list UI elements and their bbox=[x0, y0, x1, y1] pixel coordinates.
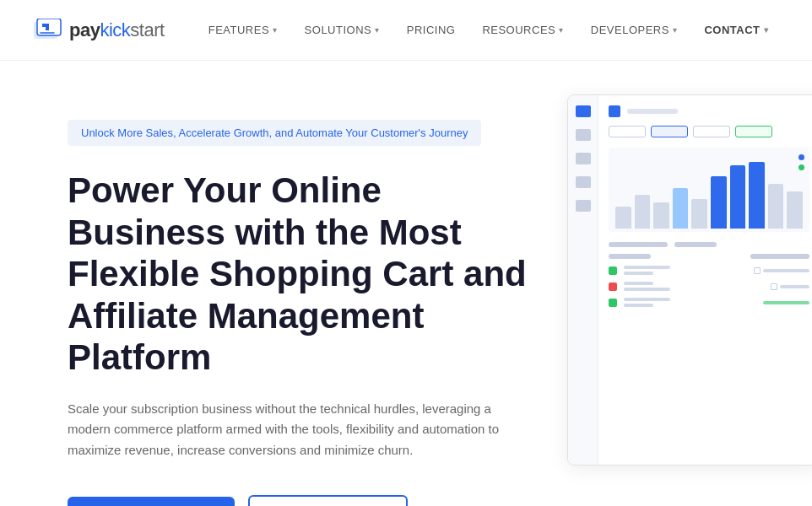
dashboard-main bbox=[598, 95, 812, 465]
legend-dot-blue bbox=[798, 154, 804, 160]
hero-headline: Power Your Online Business with the Most… bbox=[68, 170, 549, 379]
logo-text: paykickstart bbox=[69, 19, 165, 41]
sidebar-icon-3 bbox=[576, 153, 591, 164]
status-lines-3 bbox=[624, 298, 670, 307]
chart-legend bbox=[798, 154, 804, 170]
status-badge-red bbox=[609, 283, 617, 291]
sidebar-icon-2 bbox=[576, 129, 591, 141]
bar-8 bbox=[749, 162, 765, 229]
nav-item-resources[interactable]: RESOURCES ▾ bbox=[472, 17, 573, 43]
hero-subtext: Scale your subscription business without… bbox=[68, 399, 523, 461]
nav-item-solutions[interactable]: SOLUTIONS ▾ bbox=[295, 17, 390, 43]
cta-buttons: Sign Up for Free » 💬 Chat with Us bbox=[68, 495, 574, 506]
status-row-1 bbox=[609, 266, 809, 275]
bar-6 bbox=[711, 176, 727, 229]
status-lines-1 bbox=[624, 266, 670, 275]
chevron-down-icon: ▾ bbox=[673, 25, 678, 35]
data-row-1 bbox=[609, 242, 809, 247]
chevron-down-icon: ▾ bbox=[559, 25, 564, 35]
hero-section: Unlock More Sales, Accelerate Growth, an… bbox=[0, 61, 812, 506]
sidebar-icon-1 bbox=[576, 105, 591, 117]
nav-links: FEATURES ▾ SOLUTIONS ▾ PRICING RESOURCES… bbox=[198, 17, 778, 43]
chevron-down-icon: ▾ bbox=[375, 25, 380, 35]
nav-item-contact[interactable]: CONTACT ▾ bbox=[694, 17, 778, 43]
dashboard-logo-icon bbox=[609, 105, 620, 117]
dashboard-sidebar bbox=[568, 95, 598, 465]
bar-9 bbox=[768, 184, 784, 229]
row-label-1 bbox=[609, 242, 668, 247]
dashboard-title-bar bbox=[627, 109, 678, 114]
filter-1 bbox=[609, 126, 646, 137]
filter-3 bbox=[693, 126, 730, 137]
filter-2 bbox=[651, 126, 688, 137]
logo[interactable]: paykickstart bbox=[34, 19, 165, 42]
bar-2 bbox=[635, 195, 651, 229]
signup-button[interactable]: Sign Up for Free » bbox=[68, 497, 235, 506]
nav-item-features[interactable]: FEATURES ▾ bbox=[198, 17, 288, 43]
nav-item-pricing[interactable]: PRICING bbox=[397, 17, 466, 43]
row-label-3 bbox=[609, 254, 651, 259]
checkbox-icon bbox=[771, 283, 777, 290]
hero-content: Unlock More Sales, Accelerate Growth, an… bbox=[68, 111, 574, 506]
dashboard-preview bbox=[567, 94, 812, 466]
dashboard-chart bbox=[609, 148, 809, 232]
chat-button[interactable]: 💬 Chat with Us bbox=[248, 495, 408, 506]
status-badge-green-1 bbox=[609, 266, 617, 275]
bar-1 bbox=[615, 207, 631, 229]
sidebar-icon-4 bbox=[576, 176, 591, 188]
navigation: paykickstart FEATURES ▾ SOLUTIONS ▾ PRIC… bbox=[0, 0, 812, 61]
row-label-4 bbox=[750, 254, 809, 259]
status-badge-green-2 bbox=[609, 299, 617, 307]
status-row-2 bbox=[609, 282, 809, 291]
data-row-2 bbox=[609, 254, 809, 259]
chevron-down-icon: ▾ bbox=[764, 25, 769, 35]
dashboard-filters bbox=[609, 126, 809, 137]
sidebar-icon-5 bbox=[576, 200, 591, 212]
bar-10 bbox=[787, 191, 803, 229]
tagline-badge: Unlock More Sales, Accelerate Growth, an… bbox=[68, 120, 481, 146]
bar-7 bbox=[730, 165, 746, 229]
chevron-down-icon: ▾ bbox=[273, 25, 278, 35]
dashboard-topbar bbox=[609, 105, 809, 117]
bar-4 bbox=[673, 188, 689, 229]
checkbox-icon bbox=[754, 267, 761, 274]
nav-item-developers[interactable]: DEVELOPERS ▾ bbox=[581, 17, 688, 43]
filter-4 bbox=[735, 126, 772, 137]
status-lines-2 bbox=[624, 282, 670, 291]
legend-dot-green bbox=[798, 164, 804, 170]
status-row-3 bbox=[609, 298, 809, 307]
bar-5 bbox=[691, 199, 707, 229]
row-label-2 bbox=[674, 242, 717, 247]
bar-3 bbox=[653, 202, 669, 229]
